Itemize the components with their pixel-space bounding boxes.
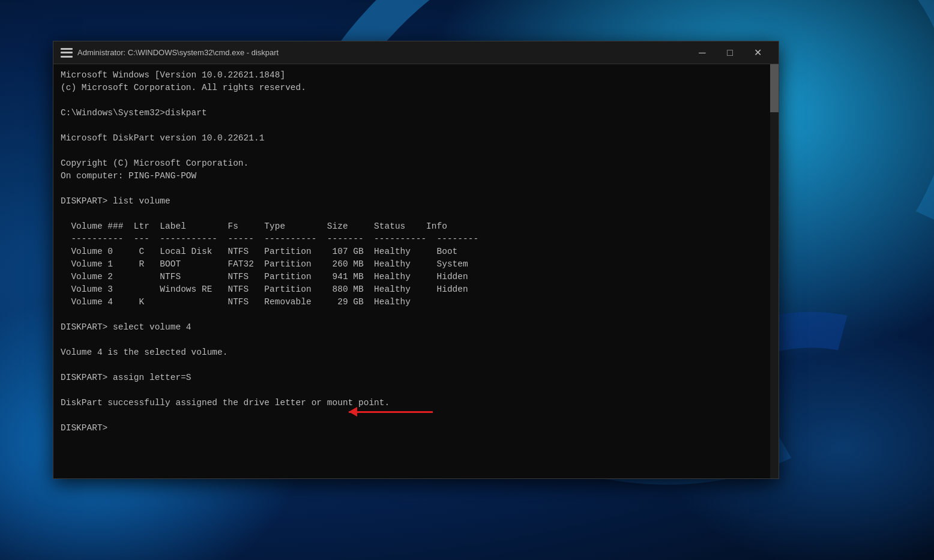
arrow-head xyxy=(349,407,357,417)
scrollbar[interactable] xyxy=(770,64,779,478)
window-controls: ─ □ ✕ xyxy=(688,41,771,64)
terminal-content[interactable]: Microsoft Windows [Version 10.0.22621.18… xyxy=(53,64,779,478)
minimize-button[interactable]: ─ xyxy=(688,41,716,64)
titlebar: Administrator: C:\WINDOWS\system32\cmd.e… xyxy=(53,41,779,64)
arrow-line xyxy=(349,411,433,413)
close-button[interactable]: ✕ xyxy=(744,41,771,64)
cmd-icon xyxy=(61,48,73,58)
arrow-annotation xyxy=(349,411,433,413)
scrollbar-thumb[interactable] xyxy=(770,64,779,112)
window-title: Administrator: C:\WINDOWS\system32\cmd.e… xyxy=(77,48,688,57)
cmd-window: Administrator: C:\WINDOWS\system32\cmd.e… xyxy=(53,41,779,479)
maximize-button[interactable]: □ xyxy=(716,41,744,64)
terminal-output: Microsoft Windows [Version 10.0.22621.18… xyxy=(61,69,771,435)
